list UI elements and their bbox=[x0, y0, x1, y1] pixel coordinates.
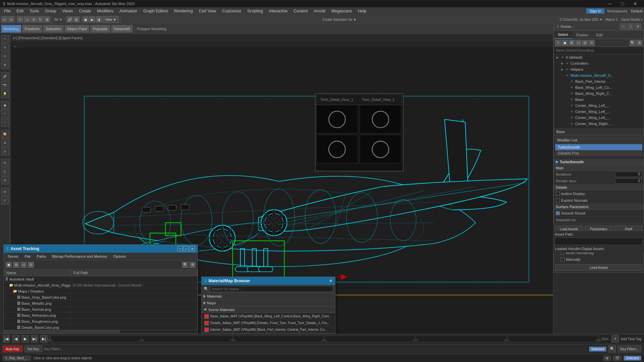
scene-tool-4[interactable]: ▭ bbox=[575, 40, 581, 46]
scene-tab-edit[interactable]: Edit bbox=[592, 31, 607, 39]
asset-menu-bitmap[interactable]: Bitmap Performance and Memory bbox=[49, 253, 110, 260]
render-iters-input[interactable] bbox=[615, 178, 642, 184]
asset-menu-server[interactable]: Server bbox=[5, 253, 21, 260]
vray-button[interactable]: V_Ray_Next_... bbox=[3, 356, 31, 361]
toolbar-select-region[interactable]: ▭ bbox=[24, 16, 30, 22]
scene-search-icon[interactable]: 🔍 bbox=[630, 40, 636, 46]
tl-next-frame[interactable]: ▶| bbox=[31, 335, 38, 343]
load-assets-btn[interactable]: Load Assets bbox=[555, 264, 642, 271]
lt-material[interactable]: 🎨 bbox=[1, 130, 9, 138]
menu-edit[interactable]: Edit bbox=[14, 7, 26, 15]
menu-animation[interactable]: Animation bbox=[117, 7, 140, 15]
set-key-btn[interactable]: Set Key bbox=[24, 346, 42, 352]
toolbar-select[interactable]: ↖ bbox=[17, 16, 23, 22]
menu-megascans[interactable]: Megascans bbox=[329, 7, 355, 15]
tree-item[interactable]: 👁 Center_Wing_Right... bbox=[554, 121, 644, 127]
tl-skip-end[interactable]: ▶| bbox=[40, 335, 48, 343]
menu-create[interactable]: Create bbox=[76, 7, 94, 15]
toolbar-unlink[interactable]: ⛓ bbox=[73, 16, 79, 22]
material-close-btn[interactable]: ✕ bbox=[329, 279, 332, 283]
tree-item[interactable]: 👁 Center_Wing_Left_... bbox=[554, 109, 644, 115]
asset-menu-paths[interactable]: Paths bbox=[34, 253, 49, 260]
asset-row[interactable]: 🖼 Base_Gray_BaseColor.png bbox=[4, 294, 198, 300]
toolbar-active-shade[interactable]: ◑ bbox=[96, 16, 102, 22]
tab-selection[interactable]: Selection bbox=[43, 25, 63, 33]
lt-align[interactable]: ⊟ bbox=[1, 176, 9, 184]
tl-add-time[interactable]: + bbox=[611, 335, 619, 343]
scene-settings-icon[interactable]: ⚙ bbox=[636, 40, 642, 46]
asset-row[interactable]: 🖼 Base_Metallic.png bbox=[4, 300, 198, 306]
lt-scale[interactable]: ⊞ bbox=[1, 61, 9, 69]
menu-scripting[interactable]: Scripting bbox=[245, 7, 266, 15]
tree-item[interactable]: 👁 Center_Wing_Left_... bbox=[554, 103, 644, 109]
close-button[interactable]: ✕ bbox=[629, 0, 641, 7]
asset-scrollbar[interactable] bbox=[4, 330, 198, 333]
scene-tab-display[interactable]: Display bbox=[572, 31, 592, 39]
scene-tab-select[interactable]: Select bbox=[554, 31, 572, 39]
tree-item[interactable]: 👁 Base bbox=[554, 97, 644, 103]
material-item-1[interactable]: Base_Italian_MAT (VRayMtl) [Back_Wing_Le… bbox=[202, 313, 335, 320]
asset-settings-icon[interactable]: ⚙ bbox=[190, 262, 196, 268]
asset-row[interactable]: 📂 Maps / Shaders bbox=[4, 288, 198, 294]
maps-section-header[interactable]: Maps bbox=[202, 300, 335, 306]
tree-item[interactable]: 👁 Back_Part_Interior bbox=[554, 78, 644, 84]
asset-tool-3[interactable]: ▭ bbox=[20, 262, 26, 268]
tree-item[interactable]: ▶ 👁 Helpers bbox=[554, 66, 644, 72]
lt-select[interactable]: ↖ bbox=[1, 35, 9, 43]
menu-customize[interactable]: Customize bbox=[220, 7, 244, 15]
asset-tool-2[interactable]: ⊞ bbox=[13, 262, 19, 268]
details-section-header[interactable]: Details bbox=[554, 184, 644, 190]
menu-help[interactable]: Help bbox=[355, 7, 369, 15]
asset-tree[interactable]: 🗄 Autodesk Vault 📁 Multi-mission_Aircraf… bbox=[4, 276, 198, 330]
tree-item[interactable]: 👁 Multi-mission_Aircraft_G... bbox=[554, 72, 644, 78]
lt-spline[interactable]: 〰 bbox=[1, 110, 9, 118]
lt-xref[interactable]: X bbox=[1, 196, 9, 204]
menu-views[interactable]: Views bbox=[59, 7, 75, 15]
snap-btn[interactable]: ⊕ bbox=[603, 356, 611, 361]
lt-helper[interactable]: ⊕ bbox=[1, 139, 9, 147]
turbsmooth-item[interactable]: TurboSmooth bbox=[555, 144, 642, 150]
lt-link[interactable]: 🔗 bbox=[1, 72, 9, 80]
menu-arnold[interactable]: Arnold bbox=[311, 7, 328, 15]
asset-row[interactable]: 🖼 Details_BaseColor.png bbox=[4, 324, 198, 330]
material-item-2[interactable]: Details_Italian_MAT (VRayMtl) [Details, … bbox=[202, 320, 335, 326]
tl-zoom[interactable]: 🔍 bbox=[608, 345, 616, 353]
tree-item[interactable]: 👁 Center_Wing_Left_... bbox=[554, 115, 644, 121]
toolbar-link[interactable]: 🔗 bbox=[67, 16, 73, 22]
menu-modifiers[interactable]: Modifiers bbox=[94, 7, 116, 15]
maximize-button[interactable]: □ bbox=[616, 0, 629, 7]
lt-geo[interactable]: ◼ bbox=[1, 101, 9, 109]
lt-camera[interactable]: 📷 bbox=[1, 81, 9, 89]
sign-in-button[interactable]: Sign In bbox=[586, 8, 604, 14]
menu-group[interactable]: Group bbox=[42, 7, 59, 15]
lt-light[interactable]: 💡 bbox=[1, 90, 9, 98]
asset-search-icon[interactable]: 🔍 bbox=[182, 262, 188, 268]
surface-params-header[interactable]: Surface Parameters bbox=[554, 204, 644, 210]
material-search-input[interactable] bbox=[210, 286, 333, 292]
asset-minimize-btn[interactable]: ─ bbox=[177, 246, 183, 251]
scene-tool-2[interactable]: ◼ bbox=[562, 40, 568, 46]
manually-checkbox[interactable] bbox=[560, 257, 565, 261]
asset-row[interactable]: 🖼 Base_Normal.png bbox=[4, 306, 198, 312]
tl-skip-start[interactable]: |◀ bbox=[3, 335, 10, 343]
lt-rotate[interactable]: ↻ bbox=[1, 52, 9, 60]
tab-object-paint[interactable]: Object Paint bbox=[65, 25, 90, 33]
menu-rendering[interactable]: Rendering bbox=[171, 7, 195, 15]
asset-menu-file[interactable]: File bbox=[22, 253, 33, 260]
create-selection-set[interactable]: Create Selection Se ▼ bbox=[122, 18, 557, 21]
scene-tool-3[interactable]: ⊞ bbox=[569, 40, 575, 46]
lt-system[interactable]: ⚙ bbox=[1, 159, 9, 167]
explicit-normals-checkbox[interactable] bbox=[556, 198, 560, 202]
scene-close-btn[interactable]: ✕ bbox=[635, 23, 641, 29]
toolbar-icon-1[interactable]: ↩ bbox=[1, 16, 7, 22]
tree-item[interactable]: 👁 Back_Wing_Left_Co... bbox=[554, 84, 644, 90]
menu-content[interactable]: Content bbox=[291, 7, 310, 15]
menu-civil-view[interactable]: Civil View bbox=[196, 7, 219, 15]
tab-populate[interactable]: Populate bbox=[91, 25, 110, 33]
tab-modeling[interactable]: Modeling bbox=[1, 25, 21, 33]
toolbar-render-frame[interactable]: ▶ bbox=[89, 16, 95, 22]
toolbar-render-setup[interactable]: ◼ bbox=[83, 16, 89, 22]
asset-menu-options[interactable]: Options bbox=[111, 253, 129, 260]
tab-datasmith[interactable]: Datasmith bbox=[111, 25, 133, 33]
scene-maximize-btn[interactable]: □ bbox=[628, 23, 634, 29]
